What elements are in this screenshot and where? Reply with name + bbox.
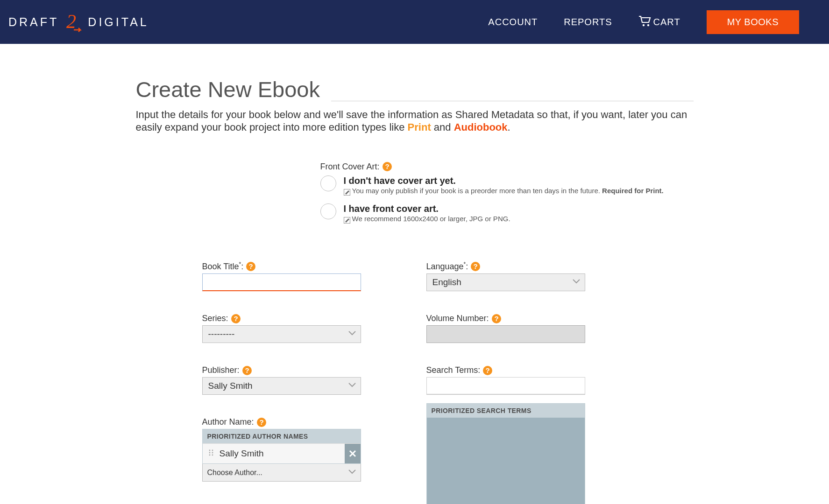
cover-opt1-sub: You may only publish if your book is a p… [344,187,664,196]
cover-art-label: Front Cover Art: [320,162,694,172]
cover-opt1-title: I don't have cover art yet. [344,175,664,186]
series-label: Series: [202,314,361,323]
search-terms-input[interactable] [426,377,585,395]
help-icon[interactable] [257,418,266,427]
cart-icon [638,15,652,29]
publisher-value: Sally Smith [208,381,253,391]
search-terms-label: Search Terms: [426,365,585,375]
cover-opt2-title: I have front cover art. [344,203,510,214]
volume-label: Volume Number: [426,314,585,323]
book-title-field: Book Title*: [202,261,361,291]
book-title-label: Book Title*: [202,261,361,272]
help-icon[interactable] [483,366,492,375]
help-icon[interactable] [242,366,252,375]
search-terms-panel-header: PRIORITIZED SEARCH TERMS [427,404,585,418]
search-terms-field: Search Terms: [426,365,585,395]
intro-and: and [431,121,454,133]
pencil-icon [344,217,350,224]
drag-handle-icon[interactable] [203,449,220,458]
help-icon[interactable] [492,314,501,323]
header: DRAFT 2 DIGITAL ACCOUNT REPORTS CART MY … [0,0,829,44]
intro-end: . [508,121,510,133]
intro-audio: Audiobook [454,121,508,133]
svg-point-11 [647,24,649,26]
publisher-field: Publisher: Sally Smith [202,365,361,395]
author-list-item[interactable]: Sally Smith [203,443,361,463]
help-icon[interactable] [471,262,480,271]
page-title: Create New Ebook [136,77,320,102]
series-field: Series: --------- [202,314,361,343]
chevron-down-icon [348,329,356,339]
radio-icon[interactable] [320,203,336,219]
language-select[interactable]: English [426,273,585,291]
cover-opt1-sub-a: You may only publish if your book is a p… [352,187,602,195]
svg-point-10 [642,24,644,26]
choose-author-select[interactable]: Choose Author... [202,464,361,482]
chevron-down-icon [348,468,356,477]
radio-icon[interactable] [320,175,336,191]
language-label-text: Language [426,262,464,271]
intro-print: Print [408,121,431,133]
cover-art-label-text: Front Cover Art: [320,162,380,172]
search-terms-label-text: Search Terms: [426,365,481,375]
remove-author-button[interactable] [345,444,361,463]
nav-cart[interactable]: CART [638,15,680,29]
chevron-down-icon [348,381,356,391]
my-books-button[interactable]: MY BOOKS [707,10,799,34]
help-icon[interactable] [231,314,241,323]
language-field: Language*: English [426,261,585,291]
search-terms-panel: PRIORITIZED SEARCH TERMS [426,403,585,504]
language-value: English [432,277,461,287]
cover-art-section: Front Cover Art: I don't have cover art … [320,162,694,224]
cover-option-have-art[interactable]: I have front cover art. We recommend 160… [320,203,694,224]
series-label-text: Series: [202,314,228,323]
right-col-search-terms: Search Terms: PRIORITIZED SEARCH TERMS [426,365,585,504]
nav-cart-label: CART [653,17,680,28]
logo-text-right: DIGITAL [88,15,149,29]
author-list-panel: PRIORITIZED AUTHOR NAMES Sally Smith [202,429,361,464]
publisher-label: Publisher: [202,365,361,375]
author-label-text: Author Name: [202,417,254,427]
publisher-label-text: Publisher: [202,365,240,375]
book-title-label-text: Book Title [202,262,239,271]
volume-label-text: Volume Number: [426,314,489,323]
cover-opt2-sub-text: We recommend 1600x2400 or larger, JPG or… [352,215,510,223]
nav-account[interactable]: ACCOUNT [488,17,538,28]
left-col-pub-auth: Publisher: Sally Smith Author Name: PRIO… [202,365,361,482]
volume-field: Volume Number: [426,314,585,343]
author-panel-header: PRIORITIZED AUTHOR NAMES [203,429,361,443]
svg-text:2: 2 [66,11,76,32]
pencil-icon [344,189,350,196]
intro-text: Input the details for your book below an… [136,109,692,134]
language-label: Language*: [426,261,585,272]
publisher-select[interactable]: Sally Smith [202,377,361,395]
logo[interactable]: DRAFT 2 DIGITAL [8,9,149,35]
form-grid: Book Title*: Language*: English Series: … [202,261,694,504]
cover-opt2-sub: We recommend 1600x2400 or larger, JPG or… [344,215,510,224]
choose-author-text: Choose Author... [207,469,262,477]
cover-option-no-art[interactable]: I don't have cover art yet. You may only… [320,175,694,196]
volume-input-disabled [426,325,585,343]
chevron-down-icon [573,277,580,287]
author-label: Author Name: [202,417,361,427]
logo-2-icon: 2 [61,9,86,35]
series-select[interactable]: --------- [202,325,361,343]
author-field: Author Name: PRIORITIZED AUTHOR NAMES Sa… [202,417,361,482]
main-nav: ACCOUNT REPORTS CART MY BOOKS [488,10,799,34]
cover-opt1-sub-b: Required for Print. [602,187,664,195]
title-rule [331,101,694,101]
nav-reports[interactable]: REPORTS [564,17,612,28]
book-title-input[interactable] [202,273,361,291]
author-name: Sally Smith [220,444,345,463]
logo-text-left: DRAFT [8,15,59,29]
series-value: --------- [208,329,235,339]
help-icon[interactable] [383,162,392,171]
main-content: Create New Ebook Input the details for y… [136,77,694,504]
help-icon[interactable] [246,262,255,271]
